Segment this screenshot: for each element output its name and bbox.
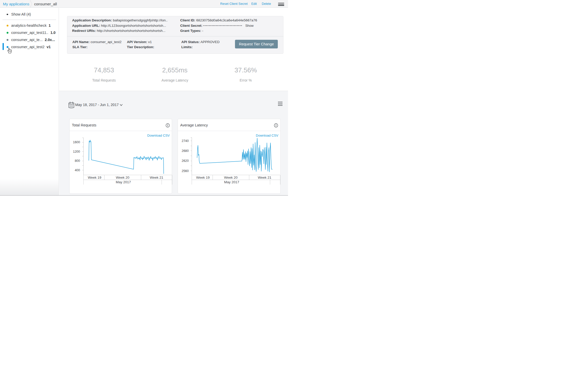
svg-text:400: 400 [75, 168, 80, 172]
svg-text:Week 20: Week 20 [116, 176, 129, 179]
svg-text:May 2017: May 2017 [116, 180, 131, 184]
svg-text:1600: 1600 [73, 140, 80, 144]
svg-text:May 2017: May 2017 [224, 180, 239, 184]
svg-text:2620: 2620 [182, 159, 189, 163]
svg-text:2680: 2680 [182, 149, 189, 153]
svg-text:1200: 1200 [73, 150, 80, 153]
svg-text:Week 21: Week 21 [258, 176, 271, 179]
svg-text:2560: 2560 [182, 169, 189, 173]
svg-text:Week 21: Week 21 [150, 176, 163, 179]
svg-text:Week 19: Week 19 [196, 176, 210, 179]
svg-text:Week 20: Week 20 [224, 176, 238, 179]
svg-text:2740: 2740 [182, 139, 189, 143]
svg-text:Week 19: Week 19 [88, 176, 101, 179]
svg-text:800: 800 [75, 159, 80, 163]
